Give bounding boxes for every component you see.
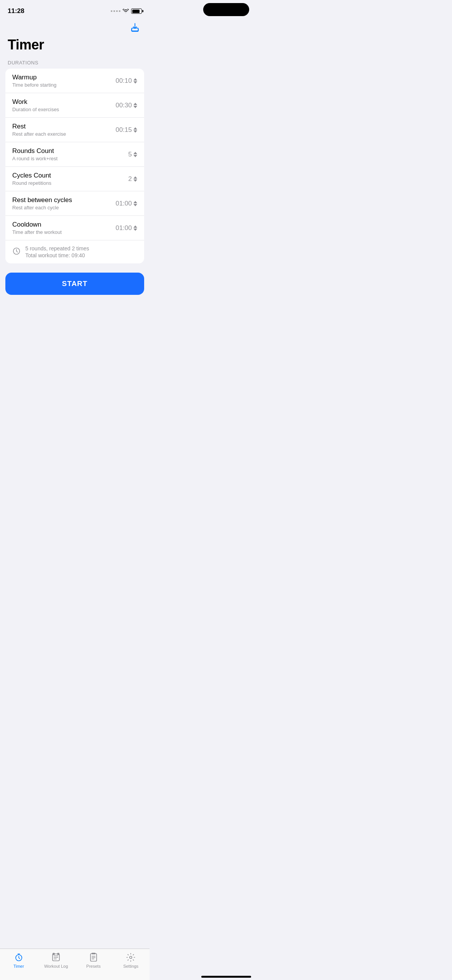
rounds-count-row[interactable]: Rounds Count A round is work+rest 5 <box>5 142 144 167</box>
signal-icon <box>111 10 120 12</box>
start-section: START <box>0 263 150 301</box>
status-bar: 11:28 <box>0 0 150 19</box>
rest-between-cycles-value-stepper[interactable]: 01:00 <box>115 200 137 207</box>
work-value: 00:30 <box>115 102 132 109</box>
work-title: Work <box>12 98 59 106</box>
rest-subtitle: Rest after each exercise <box>12 131 66 137</box>
status-time: 11:28 <box>8 7 24 15</box>
cycles-count-row[interactable]: Cycles Count Round repetitions 2 <box>5 167 144 191</box>
warmup-value-stepper[interactable]: 00:10 <box>115 77 137 85</box>
cooldown-value-stepper[interactable]: 01:00 <box>115 224 137 232</box>
work-stepper-icon <box>133 103 137 108</box>
cooldown-subtitle: Time after the workout <box>12 229 62 235</box>
summary-line2: Total workout time: 09:40 <box>25 252 89 258</box>
work-subtitle: Duration of exercises <box>12 107 59 112</box>
warmup-value: 00:10 <box>115 77 132 85</box>
rest-between-cycles-stepper-icon <box>133 201 137 206</box>
page-title-section: Timer <box>0 35 150 60</box>
rest-value-stepper[interactable]: 00:15 <box>115 126 137 134</box>
summary-row: 5 rounds, repeated 2 times Total workout… <box>5 240 144 263</box>
rest-between-cycles-row[interactable]: Rest between cycles Rest after each cycl… <box>5 191 144 216</box>
cooldown-value: 01:00 <box>115 224 132 232</box>
rest-between-cycles-title: Rest between cycles <box>12 196 72 204</box>
main-content: DURATIONS Warmup Time before starting 00… <box>0 60 150 335</box>
work-row[interactable]: Work Duration of exercises 00:30 <box>5 93 144 118</box>
rest-title: Rest <box>12 123 66 130</box>
cooldown-title: Cooldown <box>12 221 62 229</box>
rounds-count-stepper-icon <box>133 152 137 157</box>
rest-between-cycles-value: 01:00 <box>115 200 132 207</box>
rounds-count-value: 5 <box>128 151 132 158</box>
header-area <box>0 19 150 35</box>
page-title: Timer <box>8 37 142 53</box>
durations-card: Warmup Time before starting 00:10 Work D… <box>5 69 144 263</box>
rest-value: 00:15 <box>115 126 132 134</box>
rounds-count-subtitle: A round is work+rest <box>12 156 58 161</box>
rounds-count-value-stepper[interactable]: 5 <box>128 151 137 158</box>
cycles-count-value: 2 <box>128 175 132 183</box>
warmup-title: Warmup <box>12 74 56 81</box>
wifi-icon <box>123 9 129 13</box>
rounds-count-title: Rounds Count <box>12 147 58 155</box>
cooldown-stepper-icon <box>133 225 137 231</box>
work-value-stepper[interactable]: 00:30 <box>115 102 137 109</box>
rest-row[interactable]: Rest Rest after each exercise 00:15 <box>5 118 144 142</box>
clock-icon <box>12 247 21 257</box>
battery-icon <box>131 8 142 14</box>
rest-stepper-icon <box>133 127 137 133</box>
status-icons <box>111 8 142 14</box>
warmup-stepper-icon <box>133 78 137 84</box>
cooldown-row[interactable]: Cooldown Time after the workout 01:00 <box>5 216 144 240</box>
warmup-row[interactable]: Warmup Time before starting 00:10 <box>5 69 144 93</box>
cycles-count-value-stepper[interactable]: 2 <box>128 175 137 183</box>
rest-between-cycles-subtitle: Rest after each cycle <box>12 205 72 210</box>
export-button[interactable] <box>128 21 142 35</box>
cycles-count-title: Cycles Count <box>12 172 51 179</box>
summary-line1: 5 rounds, repeated 2 times <box>25 245 89 252</box>
summary-text: 5 rounds, repeated 2 times Total workout… <box>25 245 89 258</box>
cycles-count-subtitle: Round repetitions <box>12 180 51 186</box>
start-button[interactable]: START <box>5 273 144 295</box>
warmup-subtitle: Time before starting <box>12 82 56 88</box>
export-icon <box>130 22 140 33</box>
cycles-count-stepper-icon <box>133 176 137 182</box>
durations-section-label: DURATIONS <box>0 60 150 69</box>
